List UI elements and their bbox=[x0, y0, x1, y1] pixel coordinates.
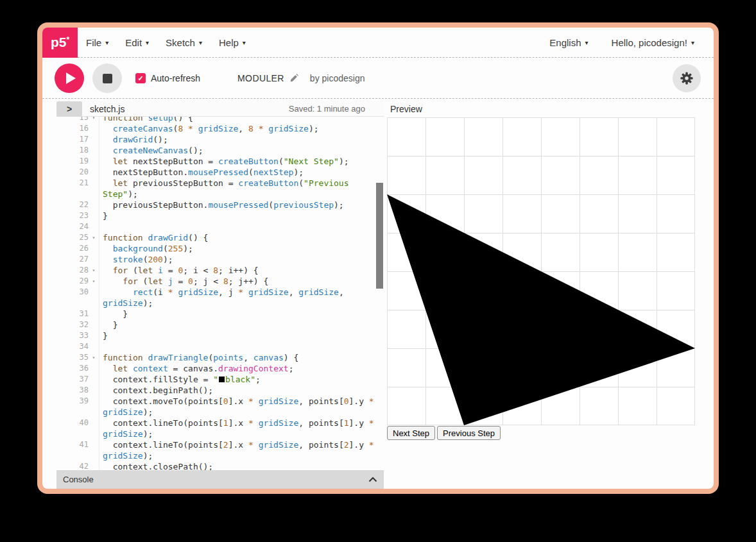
line-number: 29 bbox=[56, 276, 89, 287]
code-line[interactable]: 31 } bbox=[56, 309, 384, 319]
code-line[interactable]: 33} bbox=[56, 330, 384, 341]
stop-button[interactable] bbox=[92, 64, 122, 93]
code-line[interactable]: 15▾function setup() { bbox=[56, 117, 384, 123]
code-line[interactable]: 40 context.lineTo(points[1].x * gridSize… bbox=[56, 418, 384, 428]
fold-arrow-icon[interactable]: ▾ bbox=[89, 352, 99, 363]
editor-scrollbar[interactable] bbox=[376, 183, 383, 289]
project-name[interactable]: MODULER bbox=[237, 73, 284, 83]
play-icon bbox=[66, 72, 76, 84]
code-text: previousStepButton.mousePressed(previous… bbox=[99, 199, 344, 210]
line-number: 17 bbox=[56, 134, 89, 145]
code-text: context.fillStyle = "black"; bbox=[99, 374, 261, 385]
fold-gutter bbox=[89, 341, 99, 352]
code-line[interactable]: 39 context.moveTo(points[0].x * gridSize… bbox=[56, 396, 384, 407]
line-number bbox=[56, 189, 89, 199]
code-text: context.closePath(); bbox=[99, 461, 213, 470]
code-line[interactable]: 35▾function drawTriangle(points, canvas)… bbox=[56, 352, 384, 363]
play-button[interactable] bbox=[55, 64, 84, 93]
code-line[interactable]: 42 context.closePath(); bbox=[56, 461, 384, 470]
check-icon: ✓ bbox=[137, 74, 143, 83]
code-line[interactable]: 38 context.beginPath(); bbox=[56, 385, 384, 396]
code-text: gridSize); bbox=[99, 298, 153, 309]
code-line[interactable]: 28▾ for (let i = 0; i < 8; i++) { bbox=[56, 265, 384, 276]
previous-step-button[interactable]: Previous Step bbox=[437, 426, 501, 440]
code-line[interactable]: 29▾ for (let j = 0; j < 8; j++) { bbox=[56, 276, 384, 287]
code-line[interactable]: 34 bbox=[56, 341, 384, 352]
code-line[interactable]: 27 stroke(200); bbox=[56, 254, 384, 265]
menu-edit[interactable]: Edit▾ bbox=[125, 37, 149, 48]
fold-gutter bbox=[89, 287, 99, 298]
fold-gutter bbox=[89, 167, 99, 178]
editor-tabbar: > sketch.js Saved: 1 minute ago bbox=[56, 101, 384, 117]
code-line[interactable]: 18 createNewCanvas(); bbox=[56, 145, 384, 156]
code-text: Step"); bbox=[99, 189, 138, 199]
menu-account[interactable]: Hello, picodesign!▾ bbox=[612, 37, 694, 48]
auto-refresh-label[interactable]: Auto-refresh bbox=[151, 73, 200, 83]
fold-gutter bbox=[89, 123, 99, 134]
gear-icon bbox=[680, 71, 694, 85]
fold-gutter bbox=[89, 156, 99, 167]
preview-label: Preview bbox=[390, 104, 422, 114]
fold-gutter bbox=[89, 199, 99, 210]
code-line[interactable]: 19 let nextStepButton = createButton("Ne… bbox=[56, 156, 384, 167]
fold-arrow-icon[interactable]: ▾ bbox=[89, 265, 99, 276]
settings-button[interactable] bbox=[673, 64, 701, 92]
fold-gutter bbox=[89, 309, 99, 319]
code-line-wrap[interactable]: gridSize); bbox=[56, 428, 384, 439]
fold-gutter bbox=[89, 418, 99, 428]
fold-arrow-icon[interactable]: ▾ bbox=[89, 276, 99, 287]
line-number bbox=[56, 298, 89, 309]
line-number: 19 bbox=[56, 156, 89, 167]
menu-help[interactable]: Help▾ bbox=[219, 37, 246, 48]
code-line[interactable]: 16 createCanvas(8 * gridSize, 8 * gridSi… bbox=[56, 123, 384, 134]
code-line[interactable]: 36 let context = canvas.drawingContext; bbox=[56, 363, 384, 374]
p5-logo[interactable]: p5* bbox=[42, 28, 78, 58]
code-line-wrap[interactable]: Step"); bbox=[56, 189, 384, 199]
code-line-wrap[interactable]: gridSize); bbox=[56, 450, 384, 461]
code-line[interactable]: 20 nextStepButton.mousePressed(nextStep)… bbox=[56, 167, 384, 178]
fold-gutter bbox=[89, 210, 99, 221]
code-line[interactable]: 30 rect(i * gridSize, j * gridSize, grid… bbox=[56, 287, 384, 298]
menu-sketch[interactable]: Sketch▾ bbox=[166, 37, 202, 48]
fold-arrow-icon[interactable]: ▾ bbox=[89, 117, 99, 123]
code-line[interactable]: 22 previousStepButton.mousePressed(previ… bbox=[56, 199, 384, 210]
fold-gutter bbox=[89, 396, 99, 407]
sidebar-expand-button[interactable]: > bbox=[56, 101, 82, 117]
code-text: for (let j = 0; j < 8; j++) { bbox=[99, 276, 268, 287]
code-line[interactable]: 17 drawGrid(); bbox=[56, 134, 384, 145]
code-line[interactable]: 26 background(255); bbox=[56, 243, 384, 254]
color-swatch-icon bbox=[219, 377, 225, 382]
next-step-button[interactable]: Next Step bbox=[387, 426, 435, 440]
code-line[interactable]: 24 bbox=[56, 221, 384, 232]
menu-language[interactable]: English▾ bbox=[549, 37, 588, 48]
chevron-down-icon: ▾ bbox=[105, 39, 108, 46]
navbar: p5* File▾ Edit▾ Sketch▾ Help▾ English▾ H… bbox=[42, 28, 714, 58]
menu-file[interactable]: File▾ bbox=[86, 37, 108, 48]
line-number bbox=[56, 450, 89, 461]
code-line[interactable]: 25▾function drawGrid() { bbox=[56, 232, 384, 243]
code-text: createNewCanvas(); bbox=[99, 145, 203, 156]
code-line-wrap[interactable]: gridSize); bbox=[56, 407, 384, 418]
code-text: } bbox=[99, 309, 128, 319]
console-bar[interactable]: Console bbox=[56, 470, 384, 489]
fold-gutter bbox=[89, 385, 99, 396]
code-line-wrap[interactable]: gridSize); bbox=[56, 298, 384, 309]
collapse-up-chevron-icon[interactable] bbox=[368, 477, 377, 482]
code-line[interactable]: 37 context.fillStyle = "black"; bbox=[56, 374, 384, 385]
code-line[interactable]: 21 let previousStepButton = createButton… bbox=[56, 178, 384, 189]
edit-pencil-icon[interactable] bbox=[289, 74, 298, 83]
code-text: rect(i * gridSize, j * gridSize, gridSiz… bbox=[99, 287, 344, 298]
line-number: 26 bbox=[56, 243, 89, 254]
line-number: 34 bbox=[56, 341, 89, 352]
preview-canvas bbox=[387, 117, 695, 425]
tab-sketch-js[interactable]: sketch.js bbox=[90, 104, 125, 114]
project-byline: by picodesign bbox=[310, 73, 365, 83]
line-number: 20 bbox=[56, 167, 89, 178]
auto-refresh-checkbox[interactable]: ✓ bbox=[135, 73, 146, 83]
code-line[interactable]: 32 } bbox=[56, 319, 384, 330]
code-editor[interactable]: 15▾function setup() {16 createCanvas(8 *… bbox=[56, 117, 384, 470]
fold-arrow-icon[interactable]: ▾ bbox=[89, 232, 99, 243]
fold-gutter bbox=[89, 145, 99, 156]
code-line[interactable]: 23} bbox=[56, 210, 384, 221]
code-line[interactable]: 41 context.lineTo(points[2].x * gridSize… bbox=[56, 439, 384, 450]
